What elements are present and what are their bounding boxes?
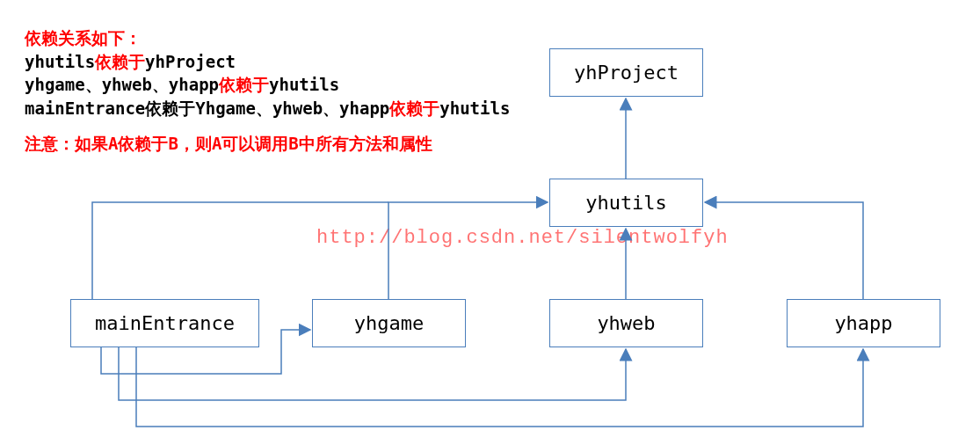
node-label: yhutils — [585, 192, 667, 214]
node-yhweb: yhweb — [549, 299, 703, 347]
t: yhgame、yhweb、yhapp — [25, 75, 219, 94]
note-line: 注意：如果A依赖于B，则A可以调用B中所有方法和属性 — [25, 132, 510, 156]
heading: 依赖关系如下： — [25, 26, 510, 50]
node-yhapp: yhapp — [787, 299, 940, 347]
dep-line-2: yhgame、yhweb、yhapp依赖于yhutils — [25, 73, 510, 97]
node-label: yhapp — [834, 312, 892, 334]
node-label: mainEntrance — [95, 312, 235, 334]
dep-line-1: yhutils依赖于yhProject — [25, 50, 510, 74]
node-yhgame: yhgame — [312, 299, 466, 347]
t: yhutils — [439, 98, 510, 118]
dep-line-3: mainEntrance依赖于Yhgame、yhweb、yhapp依赖于yhut… — [25, 97, 510, 120]
node-mainentrance: mainEntrance — [70, 299, 259, 347]
node-yhutils: yhutils — [549, 179, 703, 227]
t: yhutils — [25, 52, 95, 71]
node-yhproject: yhProject — [549, 48, 703, 97]
t: mainEntrance依赖于Yhgame、yhweb、yhapp — [25, 98, 389, 118]
t: 依赖于 — [389, 98, 439, 118]
node-label: yhgame — [354, 312, 424, 334]
t: 依赖于 — [95, 52, 145, 71]
t: 依赖于 — [219, 75, 269, 94]
watermark-text: http://blog.csdn.net/silentwolfyh — [316, 227, 729, 249]
node-label: yhweb — [597, 312, 655, 334]
t: yhutils — [269, 75, 339, 94]
node-label: yhProject — [574, 62, 679, 84]
t: yhProject — [145, 52, 236, 71]
